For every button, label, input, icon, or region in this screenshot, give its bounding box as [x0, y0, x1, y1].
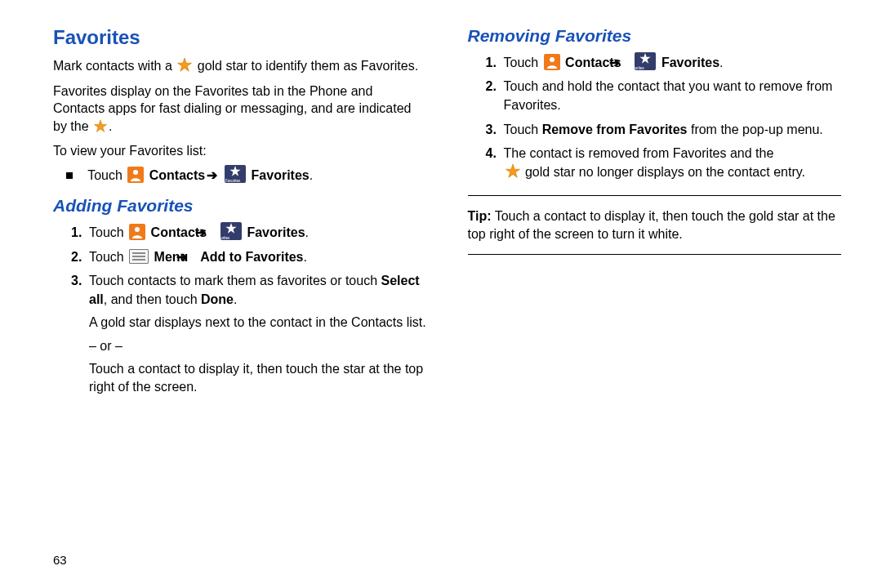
- gold-star-icon: [94, 120, 107, 138]
- text: .: [310, 168, 313, 182]
- list-item: 3.Touch contacts to mark them as favorit…: [71, 271, 427, 309]
- svg-point-1: [133, 170, 138, 175]
- removing-steps-list: 1.Touch Contacts ➔ Favorites Favorites. …: [468, 52, 842, 184]
- list-item: 2.Touch and hold the contact that you wa…: [486, 77, 842, 114]
- text: .: [234, 292, 237, 306]
- tip-label: Tip:: [468, 209, 492, 223]
- favorites-label: Favorites: [247, 225, 305, 239]
- text: from the pop-up menu.: [687, 122, 822, 136]
- add-to-favorites-label: Add to Favorites: [200, 250, 303, 264]
- menu-icon: [129, 249, 149, 264]
- alternative-text: Touch a contact to display it, then touc…: [53, 360, 427, 397]
- text: Favorites: [635, 66, 656, 70]
- list-item: 4.The contact is removed from Favorites …: [486, 144, 842, 184]
- contacts-icon: [127, 167, 144, 183]
- text: gold star no longer displays on the cont…: [525, 165, 805, 179]
- result-text: A gold star displays next to the contact…: [53, 314, 427, 332]
- step-number: 3.: [486, 120, 504, 139]
- remove-from-favorites-label: Remove from Favorites: [542, 122, 688, 136]
- heading-adding-favorites: Adding Favorites: [53, 196, 427, 216]
- heading-favorites: Favorites: [53, 26, 427, 49]
- favorites-label: Favorites: [252, 168, 310, 182]
- text: .: [304, 250, 307, 264]
- text: Favorites: [225, 179, 246, 183]
- text: Touch: [89, 250, 127, 264]
- text: Favorites: [220, 236, 242, 240]
- heading-removing-favorites: Removing Favorites: [468, 26, 842, 46]
- or-divider: – or –: [53, 337, 427, 355]
- text: Touch: [87, 168, 126, 182]
- tip-text: Touch a contact to display it, then touc…: [468, 209, 835, 241]
- text: Touch and hold the contact that you want…: [504, 79, 833, 112]
- favorites-label: Favorites: [662, 56, 719, 69]
- tip-paragraph: Tip: Touch a contact to display it, then…: [468, 207, 842, 243]
- text: Touch contacts to mark them as favorites…: [89, 274, 381, 287]
- step-number: 1.: [486, 53, 504, 72]
- gold-star-icon: [177, 58, 192, 78]
- intro-paragraph-3: To view your Favorites list:: [53, 142, 427, 160]
- text: Mark contacts with a: [53, 59, 176, 73]
- text: Touch: [504, 122, 542, 136]
- favorites-tab-icon: Favorites: [635, 52, 656, 70]
- list-item: 2.Touch Menu ➔ Add to Favorites.: [71, 247, 427, 266]
- contacts-icon: [129, 224, 145, 240]
- text: Touch: [89, 225, 127, 239]
- page-number: 63: [53, 553, 67, 567]
- favorites-tab-icon: Favorites: [220, 222, 242, 240]
- text: The contact is removed from Favorites an…: [504, 146, 774, 160]
- done-label: Done: [201, 292, 234, 306]
- contacts-icon: [544, 54, 560, 70]
- text: .: [305, 225, 309, 239]
- arrow-icon: ➔: [212, 167, 217, 185]
- text: .: [109, 119, 112, 133]
- svg-point-2: [135, 227, 140, 232]
- horizontal-rule: [468, 254, 842, 255]
- step-number: 2.: [486, 77, 504, 96]
- horizontal-rule: [468, 195, 842, 196]
- intro-paragraph-2: Favorites display on the Favorites tab i…: [53, 82, 427, 138]
- view-favorites-bullet: Touch Contacts ➔ Favorites Favorites.: [53, 165, 427, 185]
- contacts-label: Contacts: [149, 168, 205, 182]
- list-item: 3.Touch Remove from Favorites from the p…: [486, 120, 842, 139]
- step-number: 1.: [71, 223, 89, 242]
- text: , and then touch: [104, 292, 201, 306]
- intro-paragraph-1: Mark contacts with a gold star to identi…: [53, 57, 427, 78]
- step-number: 2.: [71, 247, 89, 266]
- text: Touch: [504, 56, 542, 69]
- square-bullet-icon: [66, 172, 73, 179]
- list-item: 1.Touch Contacts ➔ Favorites Favorites.: [486, 52, 842, 72]
- favorites-tab-icon: Favorites: [225, 165, 246, 183]
- list-item: 1.Touch Contacts ➔ Favorites Favorites.: [71, 222, 427, 242]
- step-number: 3.: [71, 271, 89, 290]
- text: gold star to identify them as Favorites.: [198, 59, 418, 73]
- step-number: 4.: [486, 144, 504, 163]
- gold-star-icon: [506, 164, 520, 184]
- svg-point-3: [550, 57, 555, 62]
- adding-steps-list: 1.Touch Contacts ➔ Favorites Favorites. …: [53, 222, 427, 309]
- text: .: [719, 56, 723, 69]
